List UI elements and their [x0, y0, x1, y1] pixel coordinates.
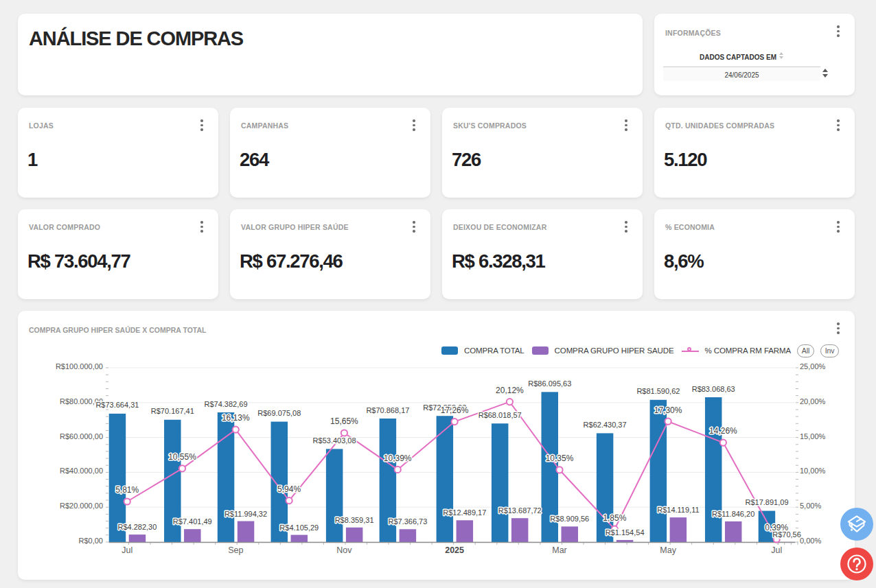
svg-text:R$0,00: R$0,00 — [79, 537, 103, 545]
svg-text:R$4.282,30: R$4.282,30 — [117, 523, 157, 531]
svg-text:R$60.000,00: R$60.000,00 — [60, 432, 103, 440]
svg-text:May: May — [660, 545, 676, 555]
svg-text:R$8.359,31: R$8.359,31 — [335, 516, 374, 524]
svg-text:20,00%: 20,00% — [800, 397, 826, 405]
svg-text:R$7.366,73: R$7.366,73 — [388, 517, 427, 526]
svg-text:R$69.075,08: R$69.075,08 — [257, 409, 301, 417]
svg-text:2025: 2025 — [445, 545, 464, 555]
svg-text:0,39%: 0,39% — [765, 523, 788, 532]
svg-text:20,12%: 20,12% — [496, 386, 524, 395]
svg-text:5,81%: 5,81% — [115, 485, 139, 495]
svg-text:Sep: Sep — [228, 545, 243, 555]
svg-text:14,26%: 14,26% — [709, 426, 737, 436]
svg-text:Jul: Jul — [771, 545, 782, 555]
svg-text:R$11.994,32: R$11.994,32 — [224, 510, 267, 518]
svg-text:15,00%: 15,00% — [800, 432, 826, 440]
svg-text:R$74.382,69: R$74.382,69 — [205, 400, 248, 408]
svg-text:R$11.846,20: R$11.846,20 — [712, 510, 754, 518]
svg-text:1,85%: 1,85% — [603, 513, 626, 523]
svg-text:Nov: Nov — [336, 545, 352, 555]
svg-text:R$70.868,17: R$70.868,17 — [366, 406, 409, 414]
svg-text:R$73.664,31: R$73.664,31 — [95, 401, 139, 409]
svg-text:R$100.000,00: R$100.000,00 — [56, 362, 103, 371]
svg-text:5,94%: 5,94% — [277, 484, 301, 494]
svg-text:R$12.489,17: R$12.489,17 — [443, 508, 486, 517]
svg-text:R$14.119,11: R$14.119,11 — [657, 506, 699, 514]
svg-text:15,65%: 15,65% — [330, 416, 358, 426]
svg-text:10,39%: 10,39% — [384, 454, 412, 463]
svg-text:10,55%: 10,55% — [168, 452, 196, 462]
svg-text:10,00%: 10,00% — [800, 467, 826, 475]
svg-text:R$83.068,63: R$83.068,63 — [692, 385, 735, 393]
svg-text:R$20.000,00: R$20.000,00 — [60, 502, 103, 510]
svg-text:17,26%: 17,26% — [441, 405, 469, 415]
svg-text:R$53.403,08: R$53.403,08 — [313, 436, 356, 445]
svg-text:R$4.105,29: R$4.105,29 — [279, 524, 319, 532]
svg-text:R$13.687,72: R$13.687,72 — [498, 506, 542, 515]
svg-text:R$1.154,54: R$1.154,54 — [606, 528, 645, 537]
svg-text:Jul: Jul — [122, 545, 132, 555]
svg-text:0,00%: 0,00% — [800, 537, 821, 545]
svg-text:R$68.018,57: R$68.018,57 — [479, 411, 522, 419]
svg-text:R$40.000,00: R$40.000,00 — [60, 467, 103, 475]
svg-text:R$8.909,56: R$8.909,56 — [550, 515, 589, 523]
svg-text:25,00%: 25,00% — [800, 362, 826, 371]
svg-text:5,00%: 5,00% — [800, 502, 821, 510]
svg-text:17,30%: 17,30% — [654, 405, 682, 415]
svg-text:R$81.590,62: R$81.590,62 — [636, 387, 680, 395]
svg-text:R$86.095,63: R$86.095,63 — [528, 379, 571, 388]
svg-text:R$7.401,49: R$7.401,49 — [173, 517, 212, 526]
svg-text:Mar: Mar — [552, 545, 567, 555]
svg-text:16,13%: 16,13% — [222, 413, 250, 423]
svg-text:R$62.430,37: R$62.430,37 — [584, 421, 627, 429]
svg-text:R$70.167,41: R$70.167,41 — [151, 407, 194, 415]
svg-text:10,35%: 10,35% — [546, 454, 574, 463]
svg-text:R$17.891,09: R$17.891,09 — [746, 498, 789, 506]
